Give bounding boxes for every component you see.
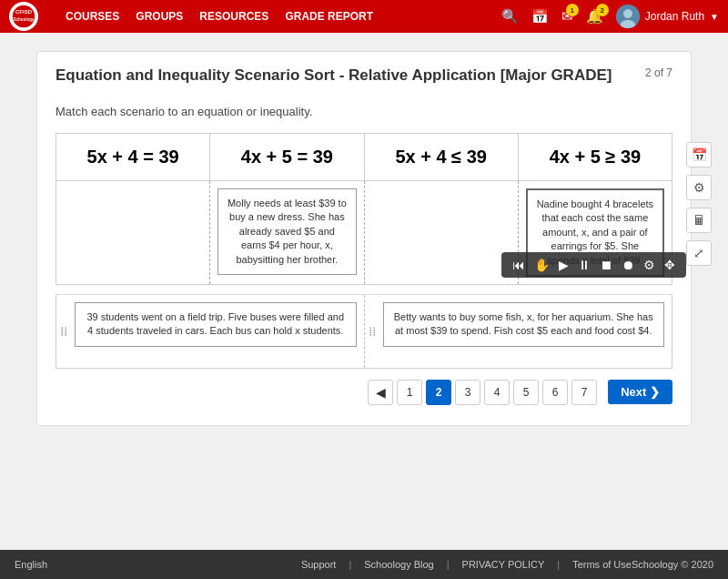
- notifications-icon-wrapper[interactable]: 🔔 2: [586, 8, 603, 25]
- drag-handle-1: ⁞⁞: [60, 324, 67, 339]
- gear-sidebar-icon[interactable]: ⚙: [686, 175, 712, 200]
- equations-row: 5x + 4 = 39 4x + 5 = 39 5x + 4 ≤ 39 4x +…: [56, 133, 672, 181]
- calendar-sidebar-icon[interactable]: 📅: [686, 142, 712, 168]
- svg-text:CFISD: CFISD: [15, 9, 33, 15]
- media-move-btn[interactable]: ✥: [661, 256, 679, 274]
- nav-groups[interactable]: GROUPS: [136, 10, 183, 23]
- right-sidebar: 📅 ⚙ 🖩 ⤢: [686, 142, 712, 266]
- drop-zone-2[interactable]: Molly needs at least $39 to buy a new dr…: [210, 181, 364, 284]
- media-pause-btn[interactable]: ⏸: [574, 256, 594, 274]
- pagination-row: ◀ 1 2 3 4 5 6 7 Next ❯: [56, 369, 672, 411]
- nav-right-area: 🔍 📅 ✉ 1 🔔 2 Jordan Ruth ▼: [501, 5, 719, 28]
- media-settings-btn[interactable]: ⚙: [640, 256, 659, 274]
- svg-point-0: [12, 5, 35, 28]
- drop-zone-3[interactable]: [365, 181, 519, 284]
- scenario-card-field-trip[interactable]: 39 students went on a field trip. Five b…: [75, 302, 357, 347]
- messages-icon-wrapper[interactable]: ✉ 1: [561, 8, 573, 25]
- svg-text:Schoology: Schoology: [13, 17, 34, 22]
- unplaced-scenarios-row: ⁞⁞ 39 students went on a field trip. Fiv…: [56, 294, 672, 369]
- nav-courses[interactable]: COURSES: [66, 10, 119, 23]
- page-btn-3[interactable]: 3: [455, 380, 480, 405]
- calculator-sidebar-icon[interactable]: 🖩: [686, 208, 712, 233]
- main-content: 📅 ⚙ 🖩 ⤢ Equation and Inequality Scenario…: [0, 33, 728, 426]
- drop-zone-1[interactable]: [56, 181, 210, 284]
- avatar: [616, 5, 640, 28]
- prev-page-button[interactable]: ◀: [368, 380, 393, 405]
- media-hand-btn[interactable]: ✋: [531, 256, 553, 274]
- expand-sidebar-icon[interactable]: ⤢: [686, 240, 712, 266]
- footer-privacy-link[interactable]: PRIVACY POLICY: [462, 559, 545, 570]
- logo[interactable]: CFISD Schoology: [9, 2, 38, 31]
- footer-terms-link[interactable]: Terms of Use: [572, 559, 632, 570]
- notifications-badge: 2: [596, 4, 609, 16]
- media-prev-btn[interactable]: ⏮: [509, 256, 529, 274]
- equation-3: 5x + 4 ≤ 39: [365, 134, 519, 180]
- calendar-icon[interactable]: 📅: [531, 8, 549, 25]
- page-btn-6[interactable]: 6: [542, 380, 568, 405]
- media-record-btn[interactable]: ⏺: [618, 256, 638, 274]
- drag-handle-2: ⁞⁞: [369, 324, 376, 339]
- page-btn-7[interactable]: 7: [571, 380, 597, 405]
- media-stop-btn[interactable]: ⏹: [596, 256, 616, 274]
- media-toolbar: ⏮ ✋ ▶ ⏸ ⏹ ⏺ ⚙ ✥: [501, 252, 686, 278]
- footer-copyright: Schoology © 2020: [632, 559, 713, 570]
- user-name: Jordan Ruth: [645, 10, 704, 23]
- instruction-text: Match each scenario to an equation or in…: [56, 105, 672, 118]
- page-btn-2[interactable]: 2: [426, 380, 451, 405]
- page-btn-4[interactable]: 4: [484, 380, 510, 405]
- equation-2: 4x + 5 = 39: [210, 134, 364, 180]
- logo-icon: CFISD Schoology: [9, 2, 38, 31]
- user-dropdown-icon: ▼: [710, 12, 719, 22]
- page-btn-1[interactable]: 1: [397, 380, 422, 405]
- svg-point-4: [623, 9, 632, 18]
- unplaced-cell-1[interactable]: ⁞⁞ 39 students went on a field trip. Fiv…: [56, 295, 365, 368]
- nav-links: COURSES GROUPS RESOURCES GRADE REPORT: [66, 10, 373, 23]
- drop-zones-container: Molly needs at least $39 to buy a new dr…: [56, 181, 672, 285]
- footer-blog-link[interactable]: Schoology Blog: [364, 559, 433, 570]
- nav-resources[interactable]: RESOURCES: [199, 10, 268, 23]
- messages-badge: 1: [566, 4, 579, 16]
- equation-4: 4x + 5 ≥ 39: [519, 134, 672, 180]
- page-title: Equation and Inequality Scenario Sort - …: [56, 66, 612, 85]
- equation-1: 5x + 4 = 39: [56, 134, 210, 180]
- search-icon[interactable]: 🔍: [501, 8, 519, 25]
- unplaced-cell-2[interactable]: ⁞⁞ Betty wants to buy some fish, x, for …: [365, 295, 672, 368]
- page-btn-5[interactable]: 5: [513, 380, 539, 405]
- nav-grade-report[interactable]: GRADE REPORT: [285, 10, 373, 23]
- footer-support-link[interactable]: Support: [301, 559, 337, 570]
- media-play-btn[interactable]: ▶: [555, 256, 572, 274]
- user-menu[interactable]: Jordan Ruth ▼: [616, 5, 719, 28]
- scenario-card-betty[interactable]: Betty wants to buy some fish, x, for her…: [383, 302, 665, 347]
- activity-panel: Equation and Inequality Scenario Sort - …: [36, 51, 692, 426]
- top-navigation: CFISD Schoology COURSES GROUPS RESOURCES…: [0, 0, 728, 33]
- scenario-card-molly[interactable]: Molly needs at least $39 to buy a new dr…: [217, 188, 356, 275]
- footer-language: English: [15, 559, 301, 570]
- footer: English Support | Schoology Blog | PRIVA…: [0, 550, 728, 579]
- next-button[interactable]: Next ❯: [608, 380, 672, 404]
- page-counter: 2 of 7: [645, 66, 672, 79]
- footer-links: Support | Schoology Blog | PRIVACY POLIC…: [301, 559, 632, 570]
